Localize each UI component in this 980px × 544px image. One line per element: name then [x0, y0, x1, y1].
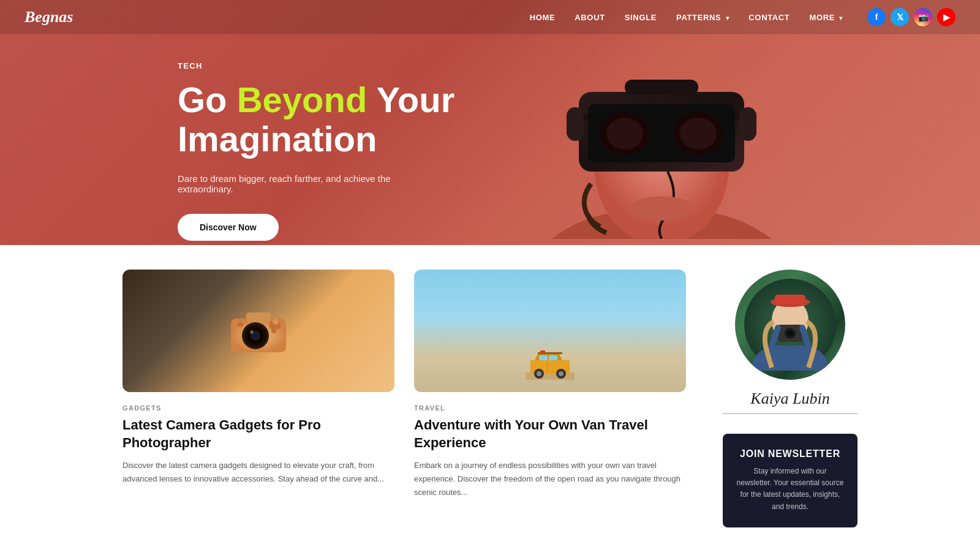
- sidebar: Kaiya Lubin JOIN NEWSLETTER Stay informe…: [723, 270, 858, 527]
- site-logo[interactable]: Begnas: [24, 8, 73, 26]
- article-2-category: TRAVEL: [414, 404, 686, 412]
- nav-links: HOME ABOUT SINGLE PATTERNS ▾ CONTACT MOR…: [530, 12, 843, 23]
- hero-title-highlight: Beyond: [237, 80, 368, 119]
- article-card-1: GADGETS Latest Camera Gadgets for Pro Ph…: [123, 270, 394, 527]
- social-icons: f 𝕏 📷 ▶: [867, 8, 956, 26]
- nav-item-contact[interactable]: CONTACT: [748, 12, 790, 23]
- article-card-2: TRAVEL Adventure with Your Own Van Trave…: [414, 270, 686, 527]
- svg-point-23: [271, 328, 276, 333]
- hero-title-prefix: Go: [178, 80, 237, 119]
- articles-grid: GADGETS Latest Camera Gadgets for Pro Ph…: [123, 270, 686, 527]
- nav-item-more[interactable]: MORE ▾: [809, 12, 843, 23]
- svg-rect-15: [246, 312, 271, 322]
- svg-rect-40: [775, 295, 805, 303]
- twitter-icon[interactable]: 𝕏: [891, 8, 909, 26]
- svg-point-43: [787, 330, 793, 336]
- hero-title-line2: Imagination: [178, 119, 377, 159]
- svg-rect-28: [549, 355, 557, 360]
- article-1-title[interactable]: Latest Camera Gadgets for Pro Photograph…: [123, 417, 394, 451]
- navbar: Begnas HOME ABOUT SINGLE PATTERNS ▾ CONT…: [0, 0, 980, 34]
- nav-item-home[interactable]: HOME: [530, 12, 556, 23]
- article-1-category: GADGETS: [123, 404, 394, 412]
- hero-content: TECH Go Beyond Your Imagination Dare to …: [0, 0, 980, 241]
- youtube-icon[interactable]: ▶: [937, 8, 956, 26]
- facebook-icon[interactable]: f: [867, 8, 886, 26]
- hero-description: Dare to dream bigger, reach farther, and…: [178, 173, 435, 194]
- article-2-excerpt: Embark on a journey of endless possibili…: [414, 459, 686, 499]
- svg-rect-27: [539, 355, 548, 360]
- svg-point-22: [237, 322, 243, 327]
- discover-now-button[interactable]: Discover Now: [178, 214, 279, 241]
- newsletter-description: Stay informed with our newsletter. Your …: [735, 466, 845, 513]
- author-name: Kaiya Lubin: [723, 390, 858, 414]
- nav-item-about[interactable]: ABOUT: [575, 12, 605, 23]
- svg-rect-35: [540, 350, 545, 353]
- author-section: Kaiya Lubin: [723, 270, 858, 414]
- author-avatar[interactable]: [735, 270, 845, 380]
- hero-category: TECH: [178, 61, 980, 70]
- newsletter-title: JOIN NEWSLETTER: [735, 448, 845, 459]
- svg-point-33: [559, 371, 564, 376]
- article-2-title[interactable]: Adventure with Your Own Van Travel Exper…: [414, 417, 686, 451]
- main-content: GADGETS Latest Camera Gadgets for Pro Ph…: [0, 245, 980, 544]
- svg-rect-29: [547, 361, 548, 373]
- svg-point-31: [537, 371, 541, 376]
- hero-title-suffix: Your: [367, 80, 454, 119]
- svg-point-24: [273, 319, 279, 325]
- hero-title: Go Beyond Your Imagination: [178, 80, 980, 159]
- article-1-excerpt: Discover the latest camera gadgets desig…: [123, 459, 394, 486]
- nav-item-patterns[interactable]: PATTERNS ▾: [676, 12, 729, 23]
- newsletter-box: JOIN NEWSLETTER Stay informed with our n…: [723, 434, 858, 527]
- instagram-icon[interactable]: 📷: [914, 8, 932, 26]
- article-image-van: [414, 270, 686, 392]
- svg-point-20: [250, 330, 254, 334]
- article-image-camera: [123, 270, 394, 392]
- nav-item-single[interactable]: SINGLE: [625, 12, 657, 23]
